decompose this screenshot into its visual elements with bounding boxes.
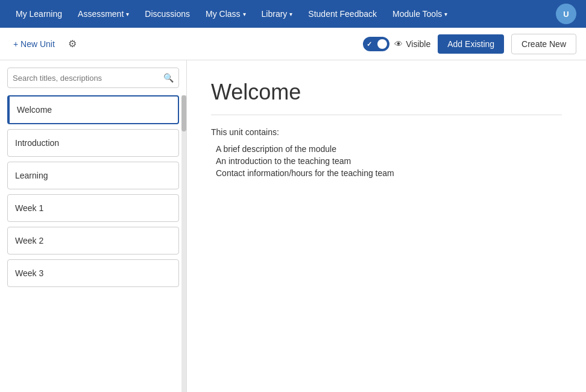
chevron-down-icon: ▾ (444, 11, 447, 17)
nav-library[interactable]: Library ▾ (256, 7, 299, 21)
nav-module-tools-label: Module Tools (392, 9, 442, 19)
visible-label: 👁 Visible (394, 39, 430, 49)
scrollbar-track[interactable] (181, 95, 186, 392)
visibility-toggle[interactable]: ✓ (363, 37, 389, 51)
nav-my-class-label: My Class (206, 9, 241, 19)
nav-bar: My Learning Assessment ▾ Discussions My … (0, 0, 586, 28)
nav-my-learning[interactable]: My Learning (10, 7, 68, 21)
list-item: A brief description of the module (216, 144, 562, 154)
sidebar-item-week1[interactable]: Week 1 (7, 194, 179, 222)
content-divider (211, 115, 562, 115)
nav-student-feedback[interactable]: Student Feedback (302, 7, 383, 21)
gear-icon: ⚙ (68, 39, 77, 49)
search-area: 🔍 (0, 60, 186, 93)
nav-right-area: U (556, 4, 576, 24)
sidebar-item-label: Learning (15, 171, 48, 180)
visibility-toggle-container: ✓ 👁 Visible (363, 37, 430, 51)
content-area: Welcome This unit contains: A brief desc… (187, 60, 586, 392)
search-box[interactable]: 🔍 (7, 68, 179, 88)
list-item: An introduction to the teaching team (216, 156, 562, 166)
nav-discussions[interactable]: Discussions (139, 7, 196, 21)
sidebar: 🔍 Welcome Introduction Learning Week 1 W… (0, 60, 187, 392)
eye-icon: 👁 (394, 39, 403, 49)
create-new-button[interactable]: Create New (511, 34, 576, 54)
sidebar-item-label: Week 2 (15, 236, 43, 245)
sidebar-item-label: Introduction (15, 138, 59, 148)
check-icon: ✓ (367, 40, 372, 48)
nav-module-tools[interactable]: Module Tools ▾ (386, 7, 453, 21)
toggle-track: ✓ (363, 37, 389, 51)
search-input[interactable] (13, 74, 163, 83)
visible-text: Visible (406, 39, 430, 49)
nav-assessment[interactable]: Assessment ▾ (72, 7, 135, 21)
sidebar-item-week2[interactable]: Week 2 (7, 227, 179, 254)
toolbar: + New Unit ⚙ ✓ 👁 Visible Add Existing Cr… (0, 28, 586, 60)
chevron-down-icon: ▾ (126, 11, 129, 17)
sidebar-item-week3[interactable]: Week 3 (7, 259, 179, 287)
sidebar-item-learning[interactable]: Learning (7, 162, 179, 189)
nav-assessment-label: Assessment (78, 9, 124, 19)
sidebar-item-welcome[interactable]: Welcome (7, 95, 179, 124)
add-existing-button[interactable]: Add Existing (438, 34, 504, 54)
nav-my-class[interactable]: My Class ▾ (200, 7, 252, 21)
chevron-down-icon: ▾ (243, 11, 246, 17)
content-title: Welcome (211, 80, 562, 105)
search-icon: 🔍 (163, 73, 174, 83)
scrollbar-thumb[interactable] (181, 95, 186, 131)
sidebar-item-label: Welcome (17, 105, 52, 115)
nav-library-label: Library (262, 9, 288, 19)
content-subtitle: This unit contains: (211, 127, 562, 137)
chevron-down-icon: ▾ (289, 11, 292, 17)
sidebar-item-label: Week 3 (15, 268, 43, 278)
sidebar-item-label: Week 1 (15, 203, 43, 213)
main-layout: 🔍 Welcome Introduction Learning Week 1 W… (0, 60, 586, 392)
settings-button[interactable]: ⚙ (66, 36, 79, 52)
content-list: A brief description of the module An int… (211, 144, 562, 178)
avatar[interactable]: U (556, 4, 576, 24)
new-unit-button[interactable]: + New Unit (10, 37, 58, 51)
toggle-thumb (377, 39, 387, 49)
sidebar-item-introduction[interactable]: Introduction (7, 129, 179, 157)
list-item: Contact information/hours for the teachi… (216, 168, 562, 178)
sidebar-list: Welcome Introduction Learning Week 1 Wee… (0, 93, 186, 392)
